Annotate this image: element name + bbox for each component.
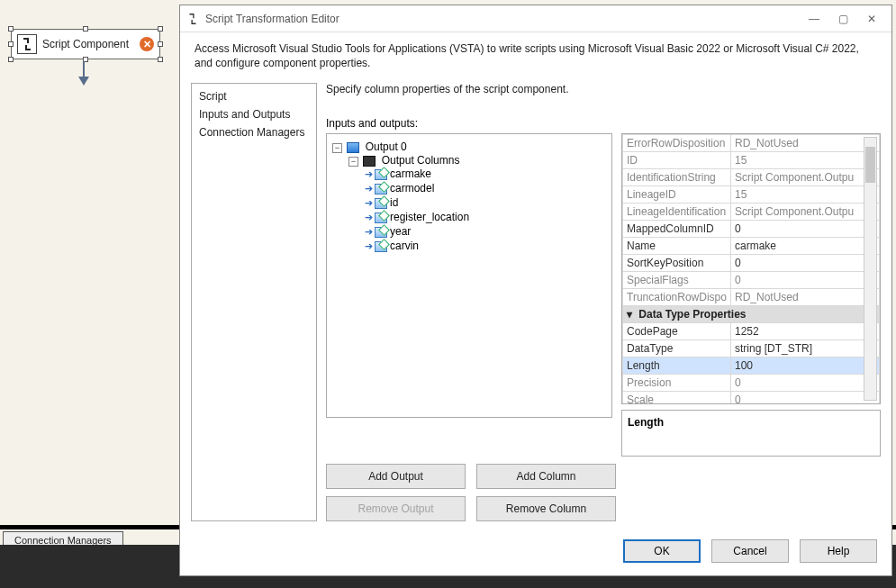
resize-handle[interactable] xyxy=(8,57,14,62)
property-name: DataType xyxy=(623,340,731,357)
tree-node-column[interactable]: ➔carmodel xyxy=(365,181,606,195)
arrow-icon: ➔ xyxy=(365,183,373,194)
tree-node-column[interactable]: ➔carmake xyxy=(365,167,606,181)
property-row[interactable]: Precision0 xyxy=(623,375,880,392)
column-icon xyxy=(375,198,387,209)
property-value[interactable]: Script Component.Outpu xyxy=(731,204,880,221)
minimize-button[interactable]: — xyxy=(800,9,828,29)
property-value[interactable]: RD_NotUsed xyxy=(731,135,880,152)
add-output-button[interactable]: Add Output xyxy=(326,464,466,489)
scrollbar[interactable] xyxy=(864,137,877,401)
resize-handle[interactable] xyxy=(8,26,14,32)
column-icon xyxy=(375,169,387,180)
arrow-icon: ➔ xyxy=(365,240,373,251)
property-value[interactable]: 0 xyxy=(731,221,880,238)
io-tree[interactable]: − Output 0 − Output Columns ➔carmake➔car… xyxy=(326,133,612,418)
property-value[interactable]: RD_NotUsed xyxy=(731,289,880,306)
property-row[interactable]: SortKeyPosition0 xyxy=(623,255,880,272)
property-name: LineageIdentification xyxy=(623,204,731,221)
property-value[interactable]: 15 xyxy=(731,152,880,169)
property-name: Precision xyxy=(623,375,731,392)
property-value[interactable]: 100 xyxy=(731,357,880,375)
scrollbar-thumb[interactable] xyxy=(865,147,875,183)
output-connector[interactable] xyxy=(83,61,85,77)
property-value[interactable]: 0 xyxy=(731,392,880,404)
tree-column-label: id xyxy=(390,196,398,209)
property-value[interactable]: 0 xyxy=(731,375,880,392)
property-row[interactable]: TruncationRowDispoRD_NotUsed xyxy=(623,289,880,306)
property-value[interactable]: 0 xyxy=(731,272,880,289)
io-label: Inputs and outputs: xyxy=(326,117,881,130)
page-instruction: Specify column properties of the script … xyxy=(326,83,881,95)
nav-item-inputs-outputs[interactable]: Inputs and Outputs xyxy=(197,105,311,123)
property-row[interactable]: SpecialFlags0 xyxy=(623,272,880,289)
property-help-label: Length xyxy=(628,416,664,429)
property-row[interactable]: Length100 xyxy=(623,357,880,375)
arrow-icon: ➔ xyxy=(365,168,373,179)
resize-handle[interactable] xyxy=(83,26,88,32)
tree-node-column[interactable]: ➔carvin xyxy=(365,239,606,253)
property-value[interactable]: 15 xyxy=(731,186,880,204)
property-row[interactable]: LineageIdentificationScript Component.Ou… xyxy=(623,204,880,221)
tree-output-columns-label: Output Columns xyxy=(382,154,460,167)
tree-node-output[interactable]: − Output 0 − Output Columns ➔carmake➔car… xyxy=(332,140,606,255)
tree-node-column[interactable]: ➔year xyxy=(365,224,606,239)
arrow-icon: ➔ xyxy=(365,226,373,237)
resize-handle[interactable] xyxy=(158,57,163,62)
property-row[interactable]: ErrorRowDispositionRD_NotUsed xyxy=(623,135,880,152)
maximize-button[interactable]: ▢ xyxy=(828,9,857,29)
property-name: SpecialFlags xyxy=(623,272,731,289)
property-row[interactable]: DataTypestring [DT_STR] xyxy=(623,340,880,357)
help-button[interactable]: Help xyxy=(800,539,877,563)
property-category[interactable]: ▾ Data Type Properties xyxy=(623,306,880,323)
resize-handle[interactable] xyxy=(158,41,163,47)
property-value[interactable]: 1252 xyxy=(731,323,880,340)
output-icon xyxy=(347,142,359,153)
remove-output-button[interactable]: Remove Output xyxy=(326,496,466,521)
add-column-button[interactable]: Add Column xyxy=(476,464,616,489)
property-help: Length xyxy=(621,410,881,457)
property-value[interactable]: 0 xyxy=(731,255,880,272)
resize-handle[interactable] xyxy=(8,41,14,47)
app-icon xyxy=(186,12,200,26)
nav-item-script[interactable]: Script xyxy=(197,87,311,105)
tree-column-label: carmake xyxy=(390,167,431,180)
property-row[interactable]: ID15 xyxy=(623,152,880,169)
tree-node-column[interactable]: ➔register_location xyxy=(365,210,606,224)
script-transformation-editor-dialog: Script Transformation Editor — ▢ ✕ Acces… xyxy=(179,5,892,576)
property-category-label: Data Type Properties xyxy=(638,308,746,321)
property-name: CodePage xyxy=(623,323,731,340)
property-name: Scale xyxy=(623,392,731,404)
property-row[interactable]: LineageID15 xyxy=(623,186,880,204)
cancel-button[interactable]: Cancel xyxy=(711,539,789,563)
resize-handle[interactable] xyxy=(158,26,163,32)
property-value[interactable]: Script Component.Outpu xyxy=(731,169,880,186)
nav-item-connection-managers[interactable]: Connection Managers xyxy=(197,123,311,141)
tree-output-label: Output 0 xyxy=(366,140,407,153)
property-value[interactable]: carmake xyxy=(731,238,880,255)
folder-icon xyxy=(363,156,376,167)
property-name: MappedColumnID xyxy=(623,221,731,238)
tree-node-output-columns[interactable]: − Output Columns ➔carmake➔carmodel➔id➔re… xyxy=(348,153,606,254)
ok-button[interactable]: OK xyxy=(623,539,701,563)
remove-column-button[interactable]: Remove Column xyxy=(476,496,616,521)
property-row[interactable]: Scale0 xyxy=(623,392,880,404)
tree-column-label: carmodel xyxy=(390,182,434,194)
titlebar[interactable]: Script Transformation Editor — ▢ ✕ xyxy=(180,5,891,32)
close-button[interactable]: ✕ xyxy=(857,9,886,29)
property-name: Length xyxy=(623,357,731,375)
output-connector-arrow xyxy=(78,77,89,86)
script-component-node[interactable]: Script Component ✕ xyxy=(11,29,160,59)
tree-column-label: year xyxy=(390,225,411,238)
collapse-icon[interactable]: − xyxy=(332,143,342,153)
property-row[interactable]: MappedColumnID0 xyxy=(623,221,880,238)
property-value[interactable]: string [DT_STR] xyxy=(731,340,880,357)
property-name: Name xyxy=(623,238,731,255)
property-name: ErrorRowDisposition xyxy=(623,135,731,152)
property-row[interactable]: IdentificationStringScript Component.Out… xyxy=(623,169,880,186)
collapse-icon[interactable]: − xyxy=(348,157,358,167)
property-row[interactable]: Namecarmake xyxy=(623,238,880,255)
property-grid[interactable]: ErrorRowDispositionRD_NotUsedID15Identif… xyxy=(621,133,881,404)
tree-node-column[interactable]: ➔id xyxy=(365,195,606,210)
property-row[interactable]: CodePage1252 xyxy=(623,323,880,340)
